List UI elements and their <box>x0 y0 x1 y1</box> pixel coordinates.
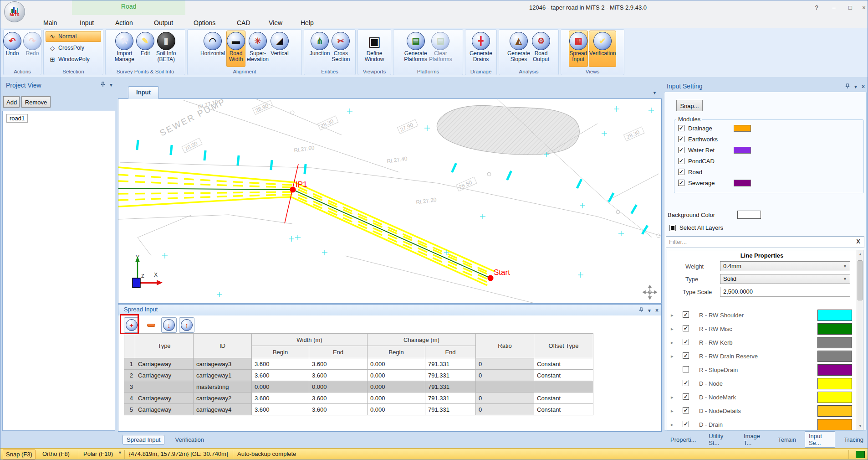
layer-checkbox[interactable]: ✓ <box>683 407 689 413</box>
cell-8[interactable]: Constant <box>534 393 593 404</box>
layer-scrollbar[interactable]: ▲ ▼ <box>857 250 863 430</box>
close-button[interactable]: × <box>858 3 868 12</box>
module-checkbox-water-ret[interactable]: ✓ <box>678 147 684 153</box>
cell-4[interactable]: 3.600 <box>309 393 368 404</box>
ribbon-button-define-window[interactable]: ▣DefineWindow <box>364 31 385 67</box>
cell-6[interactable]: 791.331 <box>425 370 476 381</box>
cell-2[interactable]: carriageway3 <box>194 358 252 370</box>
type-scale-input[interactable]: 2,500.0000 <box>720 287 850 297</box>
cell-1[interactable]: Carriageway <box>135 358 194 370</box>
close-icon[interactable]: × <box>655 307 659 314</box>
minimize-button[interactable]: – <box>827 3 840 12</box>
cell-3[interactable]: 3.600 <box>252 393 309 404</box>
ribbon-button-normal[interactable]: ∿Normal <box>46 31 101 42</box>
cell-5[interactable]: 0.000 <box>368 404 425 415</box>
ribbon-button-super-elevation[interactable]: ✳Super-elevation <box>246 31 269 67</box>
cell-1[interactable]: Carriageway <box>135 404 194 415</box>
cell-3[interactable]: 3.600 <box>252 358 309 370</box>
menu-tab-output[interactable]: Output <box>152 17 175 28</box>
dock-tab-image-t[interactable]: Image T... <box>740 431 769 448</box>
cell-7[interactable] <box>476 381 534 393</box>
snap-button[interactable]: Snap... <box>676 100 703 111</box>
menu-tab-options[interactable]: Options <box>192 17 217 28</box>
dock-tab-terrain[interactable]: Terrain <box>774 435 800 444</box>
cell-7[interactable]: 0 <box>476 370 534 381</box>
close-icon[interactable]: × <box>862 83 865 90</box>
chevron-down-icon[interactable]: ▼ <box>853 84 858 89</box>
layer-color-swatch[interactable] <box>817 351 852 362</box>
maximize-button[interactable]: □ <box>844 3 857 12</box>
ribbon-button-undo[interactable]: ↶Undo <box>3 31 22 67</box>
background-color-swatch[interactable] <box>737 211 761 219</box>
cell-7[interactable]: 0 <box>476 358 534 370</box>
remove-button[interactable]: Remove <box>21 96 51 108</box>
expander-icon[interactable]: ▸ <box>671 422 674 428</box>
module-checkbox-road[interactable]: ✓ <box>678 169 684 175</box>
expander-icon[interactable]: ▸ <box>671 394 674 400</box>
cell-3[interactable]: 3.600 <box>252 370 309 381</box>
cell-7[interactable]: 0 <box>476 393 534 404</box>
move-up-button[interactable]: ↑ <box>179 317 194 333</box>
cell-6[interactable]: 791.331 <box>425 404 476 415</box>
pan-crosshair-icon[interactable] <box>643 285 657 299</box>
cell-3[interactable]: 0.000 <box>252 381 309 393</box>
polar-dropdown-icon[interactable]: ▼ <box>118 450 122 455</box>
ribbon-button-generate-platforms[interactable]: ▤GeneratePlatforms <box>403 31 428 67</box>
pin-icon[interactable] <box>639 307 643 314</box>
cell-2[interactable]: carriageway1 <box>194 370 252 381</box>
ortho-toggle[interactable]: Ortho (F8) <box>42 450 70 457</box>
ribbon-button-edit[interactable]: ✎Edit <box>136 31 155 67</box>
cell-4[interactable]: 3.600 <box>309 358 368 370</box>
document-list-chevron-icon[interactable]: ▼ <box>653 91 657 95</box>
module-checkbox-drainage[interactable]: ✓ <box>678 125 684 131</box>
layer-checkbox[interactable]: ✓ <box>683 380 689 386</box>
cell-1[interactable]: Carriageway <box>135 393 194 404</box>
cell-1[interactable] <box>135 381 194 393</box>
chevron-down-icon[interactable]: ▼ <box>647 308 652 313</box>
layer-checkbox[interactable]: ✓ <box>683 352 689 359</box>
dock-tab-utility-st[interactable]: Utility St... <box>705 431 735 448</box>
module-checkbox-sewerage[interactable]: ✓ <box>678 180 684 186</box>
cell-8[interactable] <box>534 381 593 393</box>
pin-icon[interactable] <box>101 82 105 88</box>
menu-tab-action[interactable]: Action <box>113 17 135 28</box>
type-dropdown[interactable]: Solid▼ <box>720 274 850 284</box>
dock-tab-input-se[interactable]: Input Se... <box>805 431 835 448</box>
cell-5[interactable]: 0.000 <box>368 381 425 393</box>
menu-tab-input[interactable]: Input <box>78 17 96 28</box>
dock-tab-properti[interactable]: Properti... <box>666 435 700 444</box>
ribbon-button-windowpoly[interactable]: ⊞WindowPoly <box>46 54 101 65</box>
remove-row-button[interactable] <box>143 317 159 333</box>
select-all-layers-checkbox[interactable] <box>669 225 676 231</box>
ribbon-button-import-manage[interactable]: ⚒ImportManage <box>114 31 135 67</box>
cell-8[interactable]: Constant <box>534 358 593 370</box>
scroll-up-icon[interactable]: ▲ <box>857 252 863 256</box>
layer-checkbox[interactable]: ✓ <box>683 311 689 318</box>
cell-5[interactable]: 0.000 <box>368 370 425 381</box>
expander-icon[interactable]: ▸ <box>671 340 674 346</box>
add-button[interactable]: Add <box>3 96 20 108</box>
expander-icon[interactable]: ▸ <box>671 312 674 318</box>
pin-icon[interactable] <box>845 83 850 90</box>
layer-color-swatch[interactable] <box>817 310 852 321</box>
cell-3[interactable]: 3.600 <box>252 404 309 415</box>
cell-4[interactable]: 0.000 <box>309 381 368 393</box>
ribbon-button-vertical[interactable]: ◢Vertical <box>270 31 289 67</box>
cell-2[interactable]: carriageway4 <box>194 404 252 415</box>
menu-tab-main[interactable]: Main <box>41 17 59 28</box>
layer-checkbox[interactable]: ✓ <box>683 325 689 331</box>
scroll-down-icon[interactable]: ▼ <box>857 424 863 428</box>
filter-input[interactable]: Filter... X <box>666 236 864 248</box>
layer-checkbox[interactable]: ✓ <box>683 339 689 345</box>
layer-color-swatch[interactable] <box>817 392 852 403</box>
module-color-swatch[interactable] <box>734 125 751 132</box>
help-button[interactable]: ? <box>810 3 823 12</box>
ribbon-button-junction[interactable]: ⋔Junction <box>309 31 331 67</box>
chevron-down-icon[interactable]: ▼ <box>109 83 113 88</box>
ribbon-button-generate-slopes[interactable]: ◭GenerateSlopes <box>507 31 531 67</box>
cell-1[interactable]: Carriageway <box>135 370 194 381</box>
cell-7[interactable]: 0 <box>476 404 534 415</box>
menu-tab-help[interactable]: Help <box>299 17 316 28</box>
cell-4[interactable]: 3.600 <box>309 370 368 381</box>
ribbon-button-soil-info-beta[interactable]: ▮Soil Info(BETA) <box>156 31 176 67</box>
